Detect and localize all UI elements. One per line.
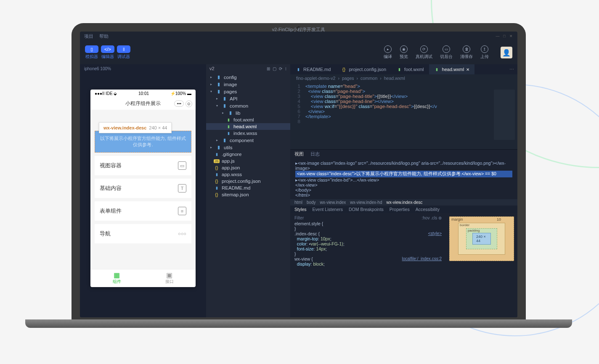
simulator-panel: iphone6 100% ●●●Il IDE ⬙ 10:01 ⚡100% ▬ 小… bbox=[80, 64, 206, 317]
list-item-nav[interactable]: 导航○○○ bbox=[95, 224, 191, 243]
list-item-form[interactable]: 表单组件≡ bbox=[95, 201, 191, 221]
styletab-props[interactable]: Properties bbox=[390, 207, 410, 212]
folder-icon: ▮ bbox=[228, 110, 233, 116]
tree-folder-utils[interactable]: ▸▮utils bbox=[206, 144, 290, 151]
capsule-close-icon[interactable]: ⊙ bbox=[186, 100, 192, 107]
tree-folder-lib[interactable]: ▸▮lib bbox=[206, 109, 290, 116]
window-close-icon[interactable]: ✕ bbox=[509, 34, 513, 38]
window-max-icon[interactable]: □ bbox=[502, 34, 506, 38]
toolbar: ▯模拟器 </>编辑器 ⫴调试器 ▸编译 ◉预览 ⟳真机调试 ▭切后台 🗑清缓存… bbox=[80, 41, 517, 64]
styletab-dom[interactable]: DOM Breakpoints bbox=[349, 207, 384, 212]
phone-tab-api[interactable]: ▣接口 bbox=[143, 269, 196, 287]
dom-tree[interactable]: ▸<wx-image class="index-logo" src="../re… bbox=[290, 159, 517, 199]
list-item-basic[interactable]: 基础内容T bbox=[95, 179, 191, 198]
tree-file-sitemap[interactable]: {}sitemap.json bbox=[206, 191, 290, 198]
folder-icon: ▮ bbox=[222, 137, 228, 143]
folder-open-icon: ▮ bbox=[222, 103, 228, 108]
mode-simulator[interactable]: ▯模拟器 bbox=[85, 45, 98, 60]
capsule-menu-icon[interactable]: ••• bbox=[174, 100, 184, 107]
styletab-acc[interactable]: Accessibility bbox=[416, 207, 440, 212]
folder-icon: ▮ bbox=[216, 74, 222, 80]
menu-project[interactable]: 项目 bbox=[84, 33, 93, 40]
tree-folder-api[interactable]: ▸▮API bbox=[206, 95, 290, 102]
styletab-events[interactable]: Event Listeners bbox=[313, 207, 343, 212]
folder-icon: ▮ bbox=[222, 96, 228, 101]
tab-readme[interactable]: ▮README.md bbox=[290, 64, 336, 74]
phone-battery: ⚡100% ▬ bbox=[170, 91, 191, 96]
md-icon: ▮ bbox=[295, 67, 301, 71]
tab-overflow-icon[interactable]: ⋯ bbox=[506, 67, 517, 72]
ide-screen: v2-FinClip小程序开发工具 项目 帮助 — □ ✕ ▯模拟器 </>编辑… bbox=[80, 32, 517, 317]
json-icon: {} bbox=[214, 165, 220, 170]
tree-file-readme[interactable]: ▮README.md bbox=[206, 185, 290, 191]
devtab-log[interactable]: 日志 bbox=[310, 151, 320, 157]
devtools-panel: 视图 日志 ▸<wx-image class="index-logo" src=… bbox=[290, 149, 517, 317]
box-model: margin 10 border padding 240 × 44 bbox=[446, 213, 517, 317]
styletab-styles[interactable]: Styles bbox=[294, 207, 307, 212]
refresh-icon[interactable]: ⟳ bbox=[279, 66, 282, 71]
inspected-element[interactable]: 以下将展示小程序官方组件能力, 组件样式仅供参考. bbox=[95, 131, 191, 153]
menu-icon: ≡ bbox=[178, 207, 186, 215]
tree-folder-component[interactable]: ▸▮component bbox=[206, 137, 290, 144]
laptop-base bbox=[25, 319, 572, 328]
user-avatar[interactable]: 👤 bbox=[501, 47, 512, 58]
action-preview[interactable]: ◉预览 bbox=[400, 45, 408, 60]
list-item-view[interactable]: 视图容器▭ bbox=[95, 156, 191, 175]
code-editor[interactable]: 1<template name="head"> 2 <view class="p… bbox=[290, 82, 517, 149]
menu-help[interactable]: 帮助 bbox=[99, 33, 109, 40]
preview-icon: ◉ bbox=[400, 45, 408, 53]
tab-headwxml[interactable]: ▮head.wxml✕ bbox=[429, 64, 475, 74]
tree-folder-image[interactable]: ▸▮image bbox=[206, 81, 290, 88]
project-root[interactable]: v2 bbox=[209, 66, 215, 71]
devtab-view[interactable]: 视图 bbox=[294, 151, 304, 157]
text-icon: T bbox=[178, 184, 186, 193]
tree-folder-config[interactable]: ▸▮config bbox=[206, 74, 290, 81]
wxss-icon: ▮ bbox=[225, 131, 231, 135]
mode-editor[interactable]: </>编辑器 bbox=[101, 45, 114, 60]
tree-folder-common[interactable]: ▾▮common bbox=[206, 102, 290, 109]
window-min-icon[interactable]: — bbox=[496, 34, 500, 38]
container-icon: ▭ bbox=[178, 161, 186, 170]
collapse-icon[interactable]: ⫶ bbox=[285, 66, 287, 71]
action-remote[interactable]: ⟳真机调试 bbox=[416, 45, 432, 60]
phone-page-title: 小程序组件展示 bbox=[125, 100, 161, 107]
tree-folder-pages[interactable]: ▾▮pages bbox=[206, 88, 290, 95]
action-upload[interactable]: ↥上传 bbox=[480, 45, 489, 60]
tab-footwxml[interactable]: ▮foot.wxml bbox=[391, 64, 429, 74]
tree-file-headwxml[interactable]: ▮head.wxml bbox=[206, 123, 290, 130]
simulator-device-label: iphone6 100% bbox=[80, 64, 206, 73]
editor-tabs: ▮README.md {}project.config.json ▮foot.w… bbox=[290, 64, 517, 74]
close-icon[interactable]: ✕ bbox=[466, 67, 469, 72]
css-rules[interactable]: Filter:hov .cls ⊕ element.style { } .ind… bbox=[290, 213, 446, 317]
tree-file-appjson[interactable]: {}app.json bbox=[206, 164, 290, 171]
md-icon: ▮ bbox=[214, 186, 220, 190]
laptop-frame: v2-FinClip小程序开发工具 项目 帮助 — □ ✕ ▯模拟器 </>编辑… bbox=[72, 23, 526, 326]
window-title: v2-FinClip小程序开发工具 bbox=[272, 32, 326, 33]
dots-icon: ○○○ bbox=[178, 229, 186, 238]
phone-time: 10:01 bbox=[138, 91, 149, 96]
folder-icon: ▮ bbox=[216, 145, 222, 150]
tab-projectconfig[interactable]: {}project.config.json bbox=[336, 64, 391, 74]
file-explorer: v2 ⊞ ▢ ⟳ ⫶ ▸▮config ▸▮image ▾▮pages ▸▮AP… bbox=[206, 64, 290, 317]
menubar: 项目 帮助 — □ ✕ bbox=[80, 32, 517, 41]
wxml-icon: ▮ bbox=[225, 124, 231, 129]
new-folder-icon[interactable]: ▢ bbox=[273, 66, 276, 71]
phone-tab-component[interactable]: ▦组件 bbox=[90, 269, 143, 287]
upload-icon: ↥ bbox=[481, 45, 488, 53]
minimap[interactable] bbox=[494, 90, 515, 140]
tree-file-appjs[interactable]: JSapp.js bbox=[206, 158, 290, 164]
folder-open-icon: ▮ bbox=[216, 89, 222, 94]
mode-debugger[interactable]: ⫴调试器 bbox=[117, 45, 130, 60]
tree-file-footwxml[interactable]: ▮foot.wxml bbox=[206, 116, 290, 123]
tree-file-appwxss[interactable]: ▮app.wxss bbox=[206, 171, 290, 178]
new-file-icon[interactable]: ⊞ bbox=[267, 66, 270, 71]
action-compile[interactable]: ▸编译 bbox=[384, 45, 392, 60]
action-background[interactable]: ▭切后台 bbox=[440, 45, 453, 60]
tree-file-projectconfig[interactable]: {}project.config.json bbox=[206, 178, 290, 185]
tree-file-gitignore[interactable]: ▮.gitignore bbox=[206, 151, 290, 158]
json-icon: {} bbox=[341, 67, 347, 72]
wxml-icon: ▮ bbox=[225, 118, 231, 122]
tree-file-indexwxss[interactable]: ▮index.wxss bbox=[206, 130, 290, 137]
phone-mock: ●●●Il IDE ⬙ 10:01 ⚡100% ▬ 小程序组件展示 ••• ⊙ bbox=[90, 90, 196, 287]
action-cache[interactable]: 🗑清缓存 bbox=[460, 45, 473, 60]
